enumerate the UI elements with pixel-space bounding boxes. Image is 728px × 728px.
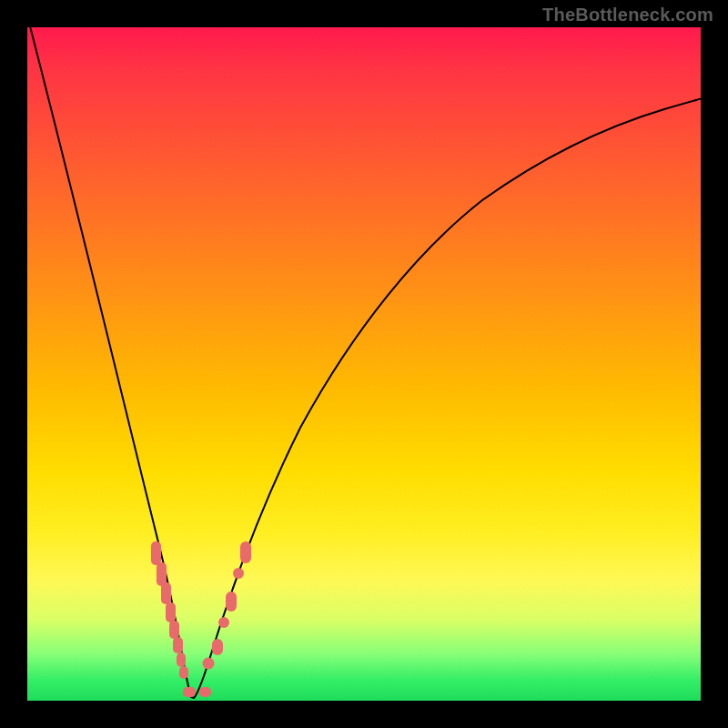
curve-path	[29, 27, 701, 698]
bottleneck-curve	[27, 27, 701, 701]
svg-rect-9	[199, 687, 211, 697]
svg-rect-11	[212, 639, 223, 655]
svg-rect-6	[177, 652, 186, 667]
plot-area	[27, 27, 701, 701]
svg-rect-4	[169, 621, 179, 639]
trough-markers	[151, 541, 251, 697]
svg-point-12	[218, 617, 229, 628]
svg-rect-7	[179, 666, 188, 679]
svg-point-14	[233, 568, 244, 579]
svg-rect-13	[226, 592, 237, 612]
svg-rect-5	[173, 637, 183, 653]
svg-rect-15	[240, 541, 251, 563]
chart-frame: TheBottleneck.com	[0, 0, 728, 728]
svg-rect-3	[166, 602, 176, 622]
svg-rect-2	[161, 582, 171, 604]
svg-point-10	[203, 658, 215, 670]
watermark-text: TheBottleneck.com	[542, 5, 713, 25]
svg-rect-8	[183, 687, 196, 697]
svg-rect-0	[151, 541, 161, 565]
